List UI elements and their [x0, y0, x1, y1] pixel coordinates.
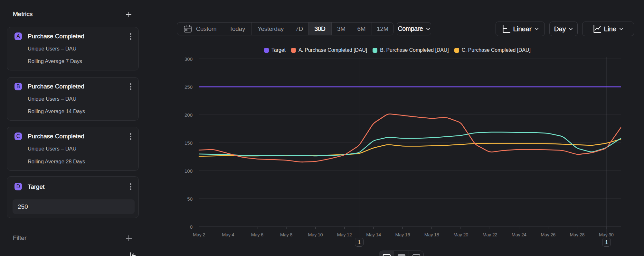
svg-text:May 4: May 4 [222, 232, 234, 237]
svg-text:May 24: May 24 [512, 232, 526, 237]
svg-text:May 6: May 6 [251, 232, 263, 237]
svg-text:May 28: May 28 [570, 232, 585, 237]
svg-text:100: 100 [185, 168, 193, 174]
svg-text:May 20: May 20 [453, 232, 468, 237]
svg-text:200: 200 [185, 112, 193, 118]
svg-text:May 30: May 30 [599, 232, 614, 237]
svg-text:May 14: May 14 [366, 232, 381, 237]
svg-text:May 8: May 8 [280, 232, 292, 237]
svg-text:May 10: May 10 [308, 232, 323, 237]
svg-text:May 12: May 12 [337, 232, 352, 237]
svg-text:May 18: May 18 [424, 232, 439, 237]
svg-text:May 22: May 22 [483, 232, 497, 237]
svg-text:150: 150 [185, 140, 193, 146]
svg-text:May 16: May 16 [395, 232, 410, 237]
svg-text:0: 0 [190, 224, 193, 230]
svg-text:May 26: May 26 [541, 232, 555, 237]
svg-text:May 2: May 2 [193, 232, 205, 237]
svg-text:50: 50 [187, 196, 193, 202]
svg-text:250: 250 [185, 84, 193, 90]
svg-text:300: 300 [185, 56, 193, 62]
